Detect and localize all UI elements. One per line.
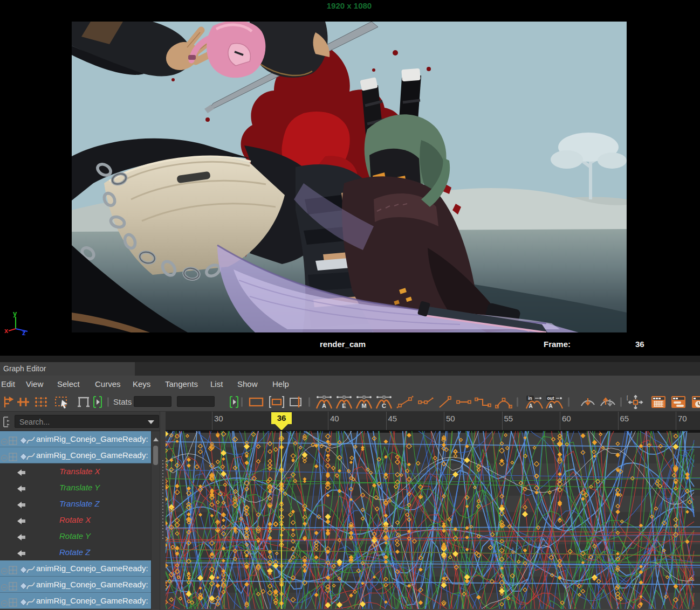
search-field[interactable] bbox=[15, 415, 159, 428]
expand-toolbar-right-icon[interactable] bbox=[229, 395, 239, 409]
pin-channel-icon[interactable] bbox=[16, 467, 28, 476]
outliner-channel-row[interactable]: Rotate Y bbox=[0, 528, 151, 544]
linear-tangent-icon[interactable] bbox=[437, 395, 452, 409]
pin-channel-icon[interactable] bbox=[16, 515, 28, 525]
swap-buffer-curve-icon[interactable] bbox=[599, 395, 617, 409]
outliner-node-row[interactable]: animRig_Conejo_GameReady: bbox=[0, 447, 151, 463]
maya-window: 1920 x 1080 bbox=[0, 0, 700, 610]
outliner-channel-row[interactable]: Rotate X bbox=[0, 512, 151, 528]
node-label[interactable]: animRig_Conejo_GameReady: bbox=[36, 447, 148, 463]
outliner-node-row[interactable]: animRig_Conejo_GameReady: bbox=[0, 560, 151, 577]
region-keys-tool-icon[interactable] bbox=[54, 395, 70, 409]
ruler-tick bbox=[560, 412, 560, 430]
channel-label[interactable]: Translate X bbox=[59, 463, 100, 480]
pin-channel-icon[interactable] bbox=[16, 483, 28, 493]
retime-tool-icon[interactable] bbox=[75, 395, 92, 409]
splitter-handle[interactable] bbox=[162, 460, 163, 541]
ruler-tick bbox=[618, 412, 619, 430]
channel-label[interactable]: Rotate X bbox=[59, 512, 91, 528]
curve-canvas[interactable] bbox=[166, 431, 700, 609]
outliner-filter-icon[interactable] bbox=[2, 416, 12, 430]
graph-editor-tab[interactable]: Graph Editor bbox=[0, 362, 135, 376]
ruler-tick-label: 45 bbox=[388, 414, 397, 423]
channel-outliner: animRig_Conejo_GameReady:animRig_Conejo_… bbox=[0, 431, 160, 609]
node-label[interactable]: animRig_Conejo_GameReady: bbox=[36, 577, 148, 593]
ruler-tick-label: 55 bbox=[504, 414, 513, 423]
auto-tangent-icon[interactable]: A bbox=[315, 395, 333, 409]
anim-curve-icon bbox=[25, 564, 35, 573]
menu-list[interactable]: List bbox=[210, 376, 223, 392]
outliner-channel-row[interactable]: Translate Z bbox=[0, 496, 151, 512]
auto-ease-tangent-icon[interactable]: E bbox=[335, 395, 353, 409]
channel-label[interactable]: Translate Z bbox=[59, 496, 100, 512]
menu-curves[interactable]: Curves bbox=[95, 376, 121, 392]
scrollbar-thumb[interactable] bbox=[153, 446, 158, 465]
menu-select[interactable]: Select bbox=[57, 376, 80, 392]
search-input[interactable] bbox=[18, 416, 145, 428]
panel-titlebar: Graph Editor bbox=[0, 362, 700, 376]
outliner-node-row[interactable]: animRig_Conejo_GameReady: bbox=[0, 593, 151, 609]
frame-label: Frame: bbox=[544, 339, 571, 349]
spline-tangent-icon[interactable] bbox=[396, 395, 414, 409]
channel-label[interactable]: Translate Y bbox=[59, 480, 100, 496]
outliner-channel-row[interactable]: Translate X bbox=[0, 463, 151, 480]
scroll-up-icon[interactable] bbox=[153, 438, 159, 441]
absolute-view-icon[interactable] bbox=[248, 395, 265, 409]
graph-editor-toolbar: Stats A E M C bbox=[0, 392, 700, 412]
outliner-channel-row[interactable]: Translate Y bbox=[0, 480, 151, 496]
normalized-view-icon[interactable] bbox=[288, 395, 305, 409]
outliner-node-row[interactable]: animRig_Conejo_GameReady: bbox=[0, 577, 151, 593]
render-resolution-label: 1920 x 1080 bbox=[72, 1, 627, 10]
buffer-curve-snapshot-icon[interactable] bbox=[579, 395, 596, 409]
step-tangent-icon[interactable] bbox=[474, 395, 492, 409]
ruler-tick-label: 40 bbox=[330, 414, 339, 423]
pin-channel-icon[interactable] bbox=[16, 531, 28, 541]
lattice-deform-keys-icon[interactable] bbox=[33, 395, 49, 409]
menu-view[interactable]: View bbox=[26, 376, 43, 392]
auto-mix-tangent-icon[interactable]: M bbox=[355, 395, 373, 409]
outliner-scrollbar[interactable] bbox=[151, 431, 160, 609]
out-tangent-icon[interactable]: outA bbox=[545, 395, 564, 409]
panel-splitter[interactable] bbox=[160, 412, 166, 610]
outliner-node-row[interactable]: animRig_Conejo_GameReady: bbox=[0, 431, 151, 447]
menu-edit[interactable]: Edit bbox=[1, 376, 15, 392]
stats-time-field[interactable] bbox=[134, 396, 171, 407]
time-editor-icon[interactable] bbox=[691, 395, 700, 409]
outliner-channel-row[interactable]: Rotate Z bbox=[0, 544, 151, 560]
stats-value-field[interactable] bbox=[177, 396, 215, 407]
move-nearest-key-tool-icon[interactable]: [ bbox=[626, 395, 646, 409]
channel-label[interactable]: Rotate Z bbox=[59, 544, 91, 560]
menu-help[interactable]: Help bbox=[272, 376, 289, 392]
anim-curve-icon bbox=[25, 580, 35, 590]
svg-text:A: A bbox=[322, 403, 326, 409]
channel-label[interactable]: Rotate Y bbox=[59, 528, 91, 544]
node-label[interactable]: animRig_Conejo_GameReady: bbox=[36, 593, 148, 609]
menu-show[interactable]: Show bbox=[237, 376, 258, 392]
menu-tangents[interactable]: Tangents bbox=[165, 376, 198, 392]
insert-keys-tool-icon[interactable] bbox=[16, 395, 30, 409]
stacked-view-icon[interactable] bbox=[268, 395, 285, 409]
current-frame-flag[interactable]: 36 bbox=[271, 412, 292, 424]
time-ruler[interactable]: 304045505560657036 bbox=[166, 412, 700, 431]
in-tangent-icon[interactable]: inA bbox=[525, 395, 544, 409]
trax-editor-icon[interactable] bbox=[670, 395, 687, 409]
dope-sheet-icon[interactable] bbox=[650, 395, 667, 409]
menu-keys[interactable]: Keys bbox=[133, 376, 150, 392]
panel-gap bbox=[0, 356, 700, 362]
toolbar-divider bbox=[568, 397, 569, 407]
viewport-render[interactable] bbox=[72, 22, 627, 332]
stats-label: Stats bbox=[113, 392, 132, 412]
flat-tangent-icon[interactable] bbox=[456, 395, 472, 409]
axis-y-label: y bbox=[13, 310, 17, 317]
node-label[interactable]: animRig_Conejo_GameReady: bbox=[36, 560, 148, 577]
search-dropdown-icon[interactable] bbox=[148, 420, 154, 424]
pin-channel-icon[interactable] bbox=[16, 547, 28, 557]
auto-custom-tangent-icon[interactable]: C bbox=[375, 395, 393, 409]
plateau-tangent-icon[interactable] bbox=[495, 395, 513, 409]
clamped-tangent-icon[interactable] bbox=[417, 395, 434, 409]
pin-channel-icon[interactable] bbox=[16, 499, 28, 509]
node-label[interactable]: animRig_Conejo_GameReady: bbox=[36, 431, 148, 447]
move-keys-tool-icon[interactable] bbox=[1, 395, 15, 409]
expand-toolbar-left-icon[interactable] bbox=[92, 395, 103, 409]
svg-text:A: A bbox=[548, 403, 552, 409]
